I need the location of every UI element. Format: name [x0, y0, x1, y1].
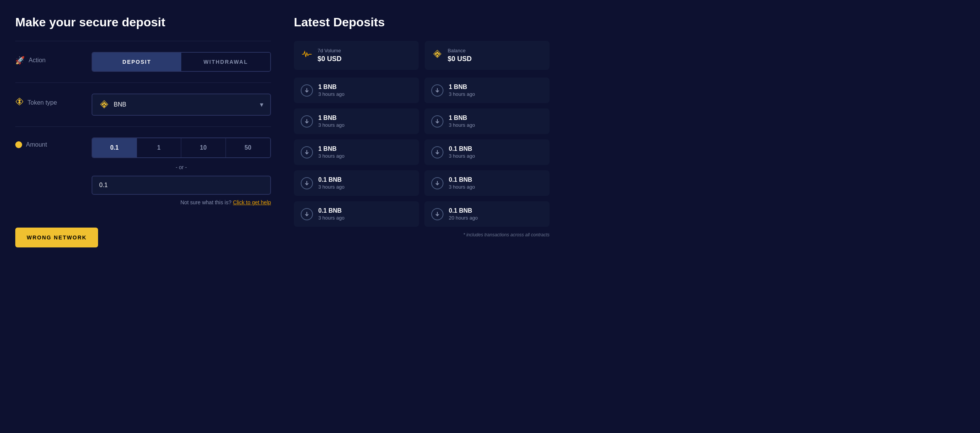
deposit-down-icon [431, 177, 443, 189]
deposit-down-icon [431, 208, 443, 220]
action-row: 🚀 Action DEPOSIT WITHDRAWAL [15, 52, 271, 72]
action-label: 🚀 Action [15, 52, 76, 65]
deposit-info: 0.1 BNB 3 hours ago [449, 176, 475, 190]
deposit-down-icon [431, 146, 443, 158]
wrong-network-button[interactable]: WRONG NETWORK [15, 228, 98, 247]
amount-btn-01[interactable]: 0.1 [92, 138, 137, 157]
deposit-info: 1 BNB 3 hours ago [449, 84, 475, 97]
amount-control: 0.1 1 10 50 - or - Not sure what this is… [92, 137, 271, 205]
stats-row: 7d Volume $0 USD Balance $0 USD [294, 41, 550, 70]
token-select-container: BNB ▾ [92, 94, 271, 116]
rocket-icon: 🚀 [15, 56, 25, 65]
deposit-down-icon [301, 208, 313, 220]
token-select[interactable]: BNB ▾ [92, 94, 271, 116]
action-toggle-container: DEPOSIT WITHDRAWAL [92, 52, 271, 72]
deposit-amount: 0.1 BNB [449, 145, 475, 152]
left-panel: Make your secure deposit 🚀 Action DEPOSI… [15, 15, 271, 247]
deposit-time: 3 hours ago [318, 184, 345, 190]
deposits-grid: 1 BNB 3 hours ago 1 BNB 3 hours ago [294, 78, 550, 227]
deposit-amount: 1 BNB [318, 145, 345, 152]
deposit-info: 1 BNB 3 hours ago [318, 84, 345, 97]
amount-section: Amount 0.1 1 10 50 - or - Not sure what … [15, 126, 271, 216]
token-row: Token type BNB [15, 94, 271, 116]
deposit-card: 1 BNB 3 hours ago [294, 108, 419, 134]
deposit-amount: 1 BNB [449, 84, 475, 90]
amount-label: Amount [15, 137, 76, 148]
balance-info: Balance $0 USD [448, 48, 472, 63]
deposit-card: 0.1 BNB 3 hours ago [294, 201, 419, 227]
deposit-down-icon [301, 146, 313, 158]
deposit-down-icon [431, 115, 443, 128]
deposit-button[interactable]: DEPOSIT [92, 53, 181, 71]
bnb-select-icon [99, 100, 109, 110]
deposit-time: 3 hours ago [449, 184, 475, 190]
volume-info: 7d Volume $0 USD [318, 48, 342, 63]
binance-icon [432, 49, 442, 61]
amount-btn-10[interactable]: 10 [181, 138, 226, 157]
token-section: Token type BNB [15, 82, 271, 126]
svg-marker-2 [18, 101, 21, 104]
right-panel-title: Latest Deposits [294, 15, 550, 29]
deposit-amount: 0.1 BNB [449, 176, 475, 183]
balance-label: Balance [448, 48, 472, 53]
volume-value: $0 USD [318, 55, 342, 63]
deposit-amount: 0.1 BNB [318, 207, 345, 214]
deposit-time: 3 hours ago [318, 91, 345, 97]
deposit-time: 3 hours ago [449, 122, 475, 128]
deposit-amount: 1 BNB [449, 115, 475, 121]
amount-input[interactable] [92, 176, 271, 195]
deposit-card: 1 BNB 3 hours ago [424, 108, 550, 134]
chevron-down-icon: ▾ [260, 100, 263, 109]
deposit-info: 1 BNB 3 hours ago [318, 145, 345, 159]
action-section: 🚀 Action DEPOSIT WITHDRAWAL [15, 41, 271, 82]
deposit-amount: 0.1 BNB [449, 207, 478, 214]
deposit-info: 0.1 BNB 3 hours ago [318, 207, 345, 221]
volume-card: 7d Volume $0 USD [294, 41, 419, 70]
deposit-info: 0.1 BNB 3 hours ago [318, 176, 345, 190]
deposit-card: 0.1 BNB 20 hours ago [424, 201, 550, 227]
token-label: Token type [15, 94, 76, 108]
deposit-card: 0.1 BNB 3 hours ago [294, 170, 419, 196]
main-container: Make your secure deposit 🚀 Action DEPOSI… [15, 15, 550, 247]
token-select-left: BNB [99, 100, 126, 110]
deposit-info: 1 BNB 3 hours ago [318, 115, 345, 128]
deposit-info: 0.1 BNB 3 hours ago [449, 145, 475, 159]
deposit-amount: 1 BNB [318, 115, 345, 121]
amount-circle-icon [15, 141, 22, 148]
deposit-card: 1 BNB 3 hours ago [424, 78, 550, 103]
help-text: Not sure what this is? Click to get help [92, 199, 271, 205]
deposit-down-icon [301, 84, 313, 97]
deposit-time: 3 hours ago [318, 153, 345, 159]
deposit-info: 0.1 BNB 20 hours ago [449, 207, 478, 221]
balance-card: Balance $0 USD [425, 41, 550, 70]
amount-btn-1[interactable]: 1 [137, 138, 182, 157]
deposit-time: 3 hours ago [318, 122, 345, 128]
amount-row: Amount 0.1 1 10 50 - or - Not sure what … [15, 137, 271, 205]
action-toggle: DEPOSIT WITHDRAWAL [92, 52, 271, 72]
deposit-time: 3 hours ago [449, 91, 475, 97]
footnote: * includes transactions across all contr… [294, 232, 550, 238]
deposit-card: 0.1 BNB 3 hours ago [424, 170, 550, 196]
deposit-time: 3 hours ago [318, 215, 345, 221]
withdrawal-button[interactable]: WITHDRAWAL [181, 53, 270, 71]
deposit-card: 1 BNB 3 hours ago [294, 78, 419, 103]
or-divider: - or - [92, 164, 271, 170]
deposit-down-icon [301, 115, 313, 128]
amount-btn-50[interactable]: 50 [226, 138, 271, 157]
pulse-icon [301, 50, 312, 61]
help-link[interactable]: Click to get help [233, 199, 271, 205]
deposit-card: 1 BNB 3 hours ago [294, 139, 419, 165]
deposit-info: 1 BNB 3 hours ago [449, 115, 475, 128]
deposit-down-icon [301, 177, 313, 189]
page-title: Make your secure deposit [15, 15, 271, 29]
balance-value: $0 USD [448, 55, 472, 63]
deposit-time: 3 hours ago [449, 153, 475, 159]
token-icon [15, 97, 24, 108]
deposit-card: 0.1 BNB 3 hours ago [424, 139, 550, 165]
deposit-down-icon [431, 84, 443, 97]
deposit-amount: 0.1 BNB [318, 176, 345, 183]
deposit-time: 20 hours ago [449, 215, 478, 221]
amount-quick-select: 0.1 1 10 50 [92, 137, 271, 158]
right-panel: Latest Deposits 7d Volume $0 USD [294, 15, 550, 247]
deposit-amount: 1 BNB [318, 84, 345, 90]
